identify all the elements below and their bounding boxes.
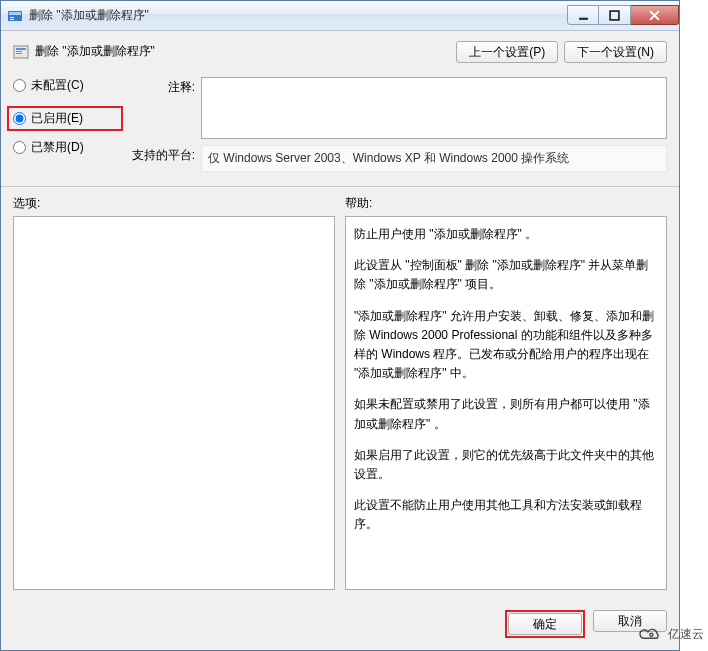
help-paragraph: 防止用户使用 "添加或删除程序" 。 bbox=[354, 225, 658, 244]
help-paragraph: 此设置从 "控制面板" 删除 "添加或删除程序" 并从菜单删除 "添加或删除程序… bbox=[354, 256, 658, 294]
radio-disabled[interactable]: 已禁用(D) bbox=[13, 139, 123, 156]
window-title: 删除 "添加或删除程序" bbox=[29, 7, 149, 24]
help-paragraph: 如果启用了此设置，则它的优先级高于此文件夹中的其他设置。 bbox=[354, 446, 658, 484]
lower-section: 防止用户使用 "添加或删除程序" 。此设置从 "控制面板" 删除 "添加或删除程… bbox=[13, 216, 667, 590]
next-setting-button[interactable]: 下一个设置(N) bbox=[564, 41, 667, 63]
svg-rect-7 bbox=[16, 48, 26, 50]
radio-disabled-input[interactable] bbox=[13, 141, 26, 154]
svg-rect-2 bbox=[10, 17, 14, 18]
upper-section: 未配置(C) 已启用(E) 已禁用(D) 注释: bbox=[13, 77, 667, 178]
svg-rect-3 bbox=[10, 19, 14, 20]
svg-rect-5 bbox=[610, 11, 619, 20]
options-pane[interactable] bbox=[13, 216, 335, 590]
pane-labels-row: 选项: 帮助: bbox=[13, 195, 667, 216]
titlebar[interactable]: 删除 "添加或删除程序" bbox=[1, 1, 679, 31]
radio-disabled-label: 已禁用(D) bbox=[31, 139, 84, 156]
platform-label: 支持的平台: bbox=[131, 145, 201, 172]
svg-rect-9 bbox=[16, 53, 22, 54]
options-label: 选项: bbox=[13, 195, 335, 212]
policy-icon bbox=[13, 44, 29, 60]
svg-rect-1 bbox=[9, 12, 21, 15]
svg-rect-4 bbox=[579, 17, 588, 19]
nav-buttons: 上一个设置(P) 下一个设置(N) bbox=[456, 41, 667, 63]
ok-button[interactable]: 确定 bbox=[508, 613, 582, 635]
content-area: 删除 "添加或删除程序" 上一个设置(P) 下一个设置(N) 未配置(C) 已启… bbox=[1, 31, 679, 600]
radio-not-configured[interactable]: 未配置(C) bbox=[13, 77, 123, 94]
radio-not-configured-input[interactable] bbox=[13, 79, 26, 92]
header-title: 删除 "添加或删除程序" bbox=[13, 41, 155, 60]
dialog-footer: 确定 取消 bbox=[1, 600, 679, 650]
section-divider bbox=[1, 186, 679, 187]
close-button[interactable] bbox=[631, 5, 679, 25]
comment-label: 注释: bbox=[131, 77, 201, 139]
help-pane-col: 防止用户使用 "添加或删除程序" 。此设置从 "控制面板" 删除 "添加或删除程… bbox=[345, 216, 667, 590]
maximize-button[interactable] bbox=[599, 5, 631, 25]
watermark: 亿速云 bbox=[636, 625, 704, 643]
comment-row: 注释: bbox=[131, 77, 667, 139]
watermark-text: 亿速云 bbox=[668, 626, 704, 643]
radio-enabled-highlight: 已启用(E) bbox=[7, 106, 123, 131]
help-paragraph: 此设置不能防止用户使用其他工具和方法安装或卸载程序。 bbox=[354, 496, 658, 534]
radio-group: 未配置(C) 已启用(E) 已禁用(D) bbox=[13, 77, 123, 178]
minimize-button[interactable] bbox=[567, 5, 599, 25]
platform-value: 仅 Windows Server 2003、Windows XP 和 Windo… bbox=[201, 145, 667, 172]
prev-setting-button[interactable]: 上一个设置(P) bbox=[456, 41, 558, 63]
header-subtitle: 删除 "添加或删除程序" bbox=[35, 43, 155, 60]
svg-rect-8 bbox=[16, 51, 22, 52]
header-row: 删除 "添加或删除程序" 上一个设置(P) 下一个设置(N) bbox=[13, 41, 667, 63]
options-pane-col bbox=[13, 216, 335, 590]
help-paragraph: 如果未配置或禁用了此设置，则所有用户都可以使用 "添加或删除程序" 。 bbox=[354, 395, 658, 433]
help-label: 帮助: bbox=[345, 195, 667, 212]
radio-not-configured-label: 未配置(C) bbox=[31, 77, 84, 94]
radio-enabled-label: 已启用(E) bbox=[31, 110, 83, 127]
form-column: 注释: 支持的平台: 仅 Windows Server 2003、Windows… bbox=[131, 77, 667, 178]
radio-enabled[interactable]: 已启用(E) bbox=[13, 110, 117, 127]
dialog-window: 删除 "添加或删除程序" 删除 "添加或删除程序" 上一个设置(P) bbox=[0, 0, 680, 651]
cloud-icon bbox=[636, 625, 664, 643]
window-controls bbox=[567, 6, 679, 25]
comment-textarea[interactable] bbox=[201, 77, 667, 139]
help-pane[interactable]: 防止用户使用 "添加或删除程序" 。此设置从 "控制面板" 删除 "添加或删除程… bbox=[345, 216, 667, 590]
radio-enabled-input[interactable] bbox=[13, 112, 26, 125]
platform-row: 支持的平台: 仅 Windows Server 2003、Windows XP … bbox=[131, 145, 667, 172]
svg-point-10 bbox=[650, 633, 653, 636]
help-paragraph: "添加或删除程序" 允许用户安装、卸载、修复、添加和删除 Windows 200… bbox=[354, 307, 658, 384]
ok-button-highlight: 确定 bbox=[505, 610, 585, 638]
app-icon bbox=[7, 8, 23, 24]
